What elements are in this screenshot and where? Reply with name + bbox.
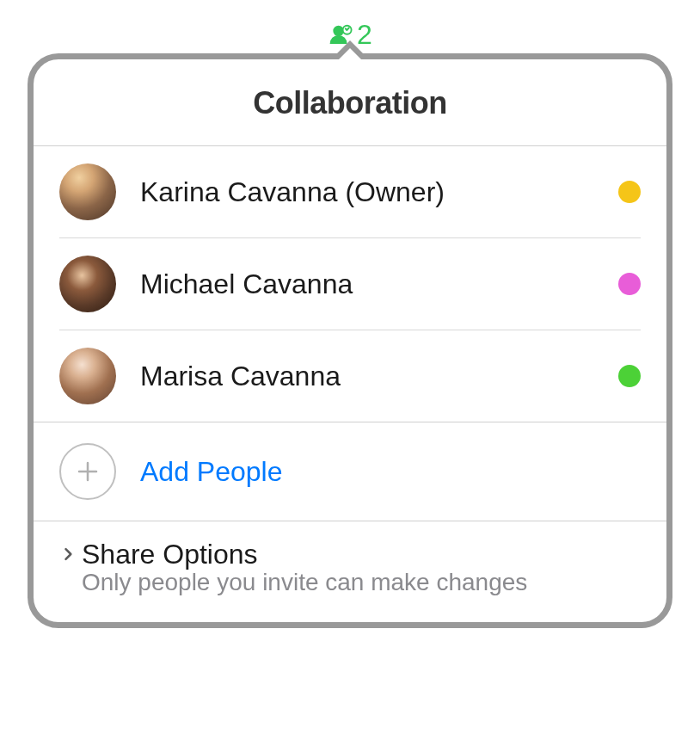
popover-header: Collaboration <box>34 59 666 146</box>
status-dot <box>618 273 641 295</box>
participants-list: Karina Cavanna (Owner) Michael Cavanna M… <box>34 146 666 422</box>
participant-row[interactable]: Marisa Cavanna <box>59 330 641 422</box>
collaboration-popover: Collaboration Karina Cavanna (Owner) Mic… <box>28 53 672 628</box>
avatar <box>59 348 116 404</box>
share-options-button[interactable]: Share Options Only people you invite can… <box>34 521 666 622</box>
popover-title: Collaboration <box>34 85 666 121</box>
share-options-subtitle: Only people you invite can make changes <box>82 569 527 596</box>
add-people-button[interactable]: Add People <box>34 422 666 521</box>
add-people-label: Add People <box>140 456 282 488</box>
svg-point-0 <box>335 27 343 35</box>
status-dot <box>618 365 641 387</box>
participant-name: Marisa Cavanna <box>140 361 594 392</box>
participant-name: Karina Cavanna (Owner) <box>140 176 594 208</box>
participant-row[interactable]: Karina Cavanna (Owner) <box>59 146 641 238</box>
share-options-text: Share Options Only people you invite can… <box>82 539 527 596</box>
avatar <box>59 163 116 220</box>
status-dot <box>618 181 641 203</box>
share-options-title: Share Options <box>82 539 527 570</box>
plus-circle-icon <box>59 443 116 500</box>
participant-row[interactable]: Michael Cavanna <box>59 238 641 330</box>
chevron-right-icon <box>59 546 77 563</box>
popover-body: Collaboration Karina Cavanna (Owner) Mic… <box>28 53 672 628</box>
avatar <box>59 256 116 312</box>
participant-name: Michael Cavanna <box>140 268 594 300</box>
popover-arrow-inner <box>335 48 365 64</box>
